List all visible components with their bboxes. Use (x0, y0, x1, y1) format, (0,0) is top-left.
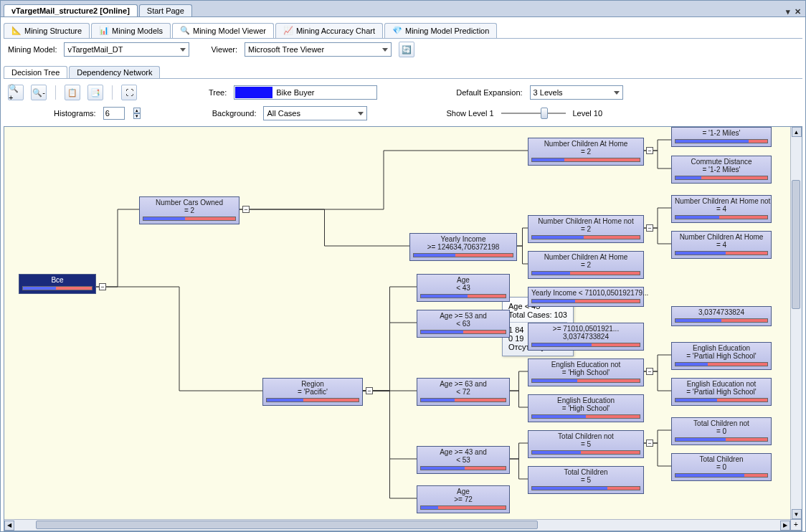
background-select[interactable]: All Cases (263, 106, 367, 120)
tree-node[interactable]: Number Children At Home= 4 (671, 231, 772, 259)
tree-node[interactable]: Total Children= 0 (671, 453, 772, 481)
color-swatch (235, 87, 272, 98)
copy-button[interactable]: 📋 (65, 85, 80, 100)
tree-node[interactable]: Age >= 53 and< 63 (417, 310, 510, 338)
tree-node[interactable]: English Education not= 'High School' (528, 358, 644, 386)
subtab-decision-tree[interactable]: Decision Tree (4, 66, 67, 78)
tab-label: Mining Accuracy Chart (296, 27, 375, 35)
scroll-down-button[interactable]: ▼ (792, 509, 802, 519)
mining-model-select[interactable]: vTargetMail_DT (64, 42, 189, 57)
tree-node[interactable]: Number Children At Home not= 2 (528, 215, 644, 243)
level-slider[interactable] (501, 108, 566, 119)
expand-toggle[interactable]: − (366, 387, 373, 394)
tree-node[interactable]: English Education= 'High School' (528, 394, 644, 422)
dropdown-icon[interactable]: ▾ (786, 7, 790, 16)
tree-viewport: Age < 43 Total Cases: 103 1 84 0 19 Отсу… (4, 126, 802, 531)
chevron-down-icon (614, 91, 620, 95)
close-icon[interactable]: ✕ (795, 7, 801, 16)
viewer-select[interactable]: Microsoft Tree Viewer (245, 42, 392, 57)
viewer-icon: 🔍 (180, 26, 190, 36)
expand-toggle[interactable]: − (646, 440, 653, 447)
tree-canvas[interactable]: Age < 43 Total Cases: 103 1 84 0 19 Отсу… (4, 127, 802, 531)
tree-node[interactable]: Number Children At Home= 2 (528, 138, 644, 166)
size-grip[interactable]: + (790, 519, 802, 531)
tab-mining-structure[interactable]: 📐Mining Structure (4, 23, 90, 38)
tree-node[interactable]: 3,0374733824 (671, 306, 772, 326)
default-expansion-select[interactable]: 3 Levels (530, 85, 623, 100)
tab-mining-models[interactable]: 📊Mining Models (91, 23, 171, 38)
histograms-spinner[interactable]: 6 (103, 107, 125, 120)
expand-toggle[interactable]: − (646, 147, 653, 154)
show-level-min-label: Show Level 1 (446, 109, 493, 118)
default-expansion-label: Default Expansion: (456, 88, 522, 97)
doc-tab-structure[interactable]: vTargetMail_structure2 [Online] (4, 4, 138, 16)
chevron-down-icon (382, 48, 388, 52)
horizontal-scrollbar[interactable]: ◀ ▶ (4, 519, 790, 531)
chevron-down-icon (358, 112, 364, 115)
select-value: Bike Buyer (273, 88, 374, 97)
tree-node[interactable]: Commute Distance= '1-2 Miles' (671, 156, 772, 184)
tree-node[interactable]: Age< 43 (417, 274, 510, 302)
histograms-label: Histograms: (54, 109, 96, 118)
tree-node[interactable]: Age>= 72 (417, 485, 510, 513)
tree-node[interactable]: Total Children not= 0 (671, 417, 772, 445)
tree-node[interactable]: Number Children At Home= 2 (528, 251, 644, 279)
tree-node[interactable]: Region= 'Pacific' (262, 378, 363, 406)
tree-node[interactable]: Number Children At Home not= 4 (671, 195, 772, 223)
tree-node[interactable]: Total Children= 5 (528, 466, 644, 494)
select-value: 3 Levels (534, 88, 563, 97)
mining-model-label: Mining Model: (8, 45, 57, 54)
chevron-down-icon (180, 48, 186, 52)
vertical-scrollbar[interactable]: ▲ ▼ (790, 127, 802, 519)
tree-node[interactable]: Все (19, 274, 96, 294)
expand-toggle[interactable]: − (242, 206, 250, 213)
scroll-left-button[interactable]: ◀ (4, 521, 14, 531)
tab-label: Mining Model Viewer (193, 27, 266, 35)
tab-label: Mining Model Prediction (405, 27, 489, 35)
tree-label: Tree: (209, 88, 227, 97)
predict-icon: 💎 (392, 26, 402, 36)
subtab-dependency-network[interactable]: Dependency Network (69, 66, 160, 78)
fit-button[interactable]: ⛶ (121, 85, 137, 100)
refresh-button[interactable]: 🔄 (399, 42, 414, 57)
tab-model-prediction[interactable]: 💎Mining Model Prediction (384, 23, 497, 38)
separator (112, 85, 113, 100)
tooltip-total: 103 (554, 310, 567, 319)
chart-icon: 📈 (283, 26, 293, 36)
tree-node[interactable]: Yearly Income>= 124634,706372198 (409, 233, 517, 261)
zoom-out-button[interactable]: 🔍- (31, 85, 47, 100)
separator (55, 85, 56, 100)
tree-node[interactable]: Number Cars Owned= 2 (139, 196, 240, 224)
tree-node[interactable]: Age >= 63 and< 72 (417, 378, 510, 406)
tree-node[interactable]: = '1-2 Miles' (671, 127, 772, 147)
tooltip-total-label: Total Cases: (508, 310, 552, 319)
copy-graph-button[interactable]: 📑 (87, 85, 103, 100)
select-value: All Cases (267, 109, 300, 118)
viewer-subtabs: Decision Tree Dependency Network (4, 63, 802, 79)
tree-node[interactable]: English Education not= 'Partial High Sch… (671, 378, 772, 406)
scroll-right-button[interactable]: ▶ (780, 521, 790, 531)
spinner-value: 6 (105, 109, 110, 118)
app-window: vTargetMail_structure2 [Online] Start Pa… (0, 0, 806, 532)
tab-accuracy-chart[interactable]: 📈Mining Accuracy Chart (275, 23, 383, 38)
tree-node[interactable]: English Education= 'Partial High School' (671, 342, 772, 370)
tree-node[interactable]: Total Children not= 5 (528, 430, 644, 458)
spin-down[interactable]: ▼ (133, 113, 141, 119)
tree-node[interactable]: Yearly Income < 71010,050192179... (528, 287, 644, 307)
models-icon: 📊 (99, 26, 109, 36)
select-value: vTargetMail_DT (67, 45, 123, 54)
expand-toggle[interactable]: − (99, 283, 106, 290)
tree-node[interactable]: >= 71010,0501921...3,0374733824 (528, 323, 644, 351)
zoom-in-button[interactable]: 🔍+ (8, 85, 24, 100)
expand-toggle[interactable]: − (646, 368, 653, 375)
structure-icon: 📐 (11, 26, 22, 36)
tree-node[interactable]: Age >= 43 and< 53 (417, 446, 510, 474)
tab-label: Mining Structure (24, 27, 82, 35)
viewer-label: Viewer: (211, 45, 237, 54)
doc-tab-startpage[interactable]: Start Page (139, 4, 192, 16)
tree-select[interactable]: Bike Buyer (234, 85, 377, 100)
spin-up[interactable]: ▲ (133, 108, 141, 113)
expand-toggle[interactable]: − (646, 224, 653, 232)
tab-model-viewer[interactable]: 🔍Mining Model Viewer (172, 23, 274, 38)
scroll-up-button[interactable]: ▲ (792, 127, 802, 137)
